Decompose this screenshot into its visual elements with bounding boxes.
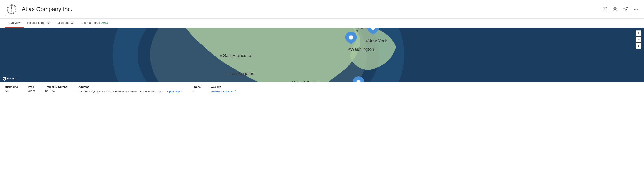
tab-related-items[interactable]: Related Items 0 [24, 19, 54, 28]
svg-text:San Francisco: San Francisco [223, 53, 252, 58]
svg-rect-16 [614, 10, 616, 11]
type-group: Type Client [28, 85, 34, 93]
type-value: Client [28, 89, 34, 93]
project-id-group: Project ID Number 1234567 [45, 85, 68, 93]
svg-text:W: W [7, 9, 8, 10]
svg-marker-10 [11, 6, 12, 9]
website-external-icon: ↗ [234, 89, 236, 92]
tab-museum[interactable]: Museum 1 [54, 19, 77, 28]
phone-group: Phone ... [192, 85, 201, 93]
svg-text:Los Angeles: Los Angeles [229, 71, 254, 76]
map-zoom-controls: + − ▲ [636, 30, 642, 49]
type-label: Type [28, 85, 34, 89]
mapbox-label: mapbox [7, 77, 17, 80]
nickname-value: AIC [5, 89, 18, 93]
related-items-badge: 0 [46, 21, 51, 25]
website-link[interactable]: www.example.com ↗ [211, 90, 236, 93]
svg-text:United States: United States [292, 80, 319, 82]
svg-text:E: E [16, 9, 16, 10]
nickname-group: Nickname AIC [5, 85, 18, 93]
print-button[interactable] [612, 6, 618, 12]
open-map-link[interactable]: Open Map ↗ [167, 90, 182, 93]
svg-point-43 [349, 35, 353, 40]
svg-text:New York: New York [368, 38, 387, 44]
compass-icon: N S W E [7, 4, 17, 14]
svg-text:Washington: Washington [350, 47, 374, 52]
share-icon [623, 7, 628, 12]
project-id-value: 1234567 [45, 89, 68, 93]
address-value: 1600 Pennsylvania Avenue Northwest Washi… [78, 89, 182, 93]
svg-point-28 [228, 73, 229, 75]
website-group: Website www.example.com ↗ [211, 85, 236, 93]
header-left: N S W E Atlas Company Inc. [5, 3, 72, 16]
edit-icon [602, 7, 607, 12]
edit-button[interactable] [602, 6, 608, 12]
museum-badge: 1 [70, 21, 74, 25]
svg-point-26 [220, 55, 222, 57]
project-id-label: Project ID Number [45, 85, 68, 89]
header-actions [602, 6, 639, 12]
zoom-in-button[interactable]: + [636, 30, 642, 36]
svg-point-20 [636, 9, 636, 10]
page-title: Atlas Company Inc. [22, 6, 72, 13]
svg-text:N: N [12, 5, 12, 6]
tab-overview[interactable]: Overview [5, 19, 24, 28]
address-group: Address 1600 Pennsylvania Avenue Northwe… [78, 85, 182, 93]
tabs-bar: Overview Related Items 0 Museum 1 Extern… [0, 19, 644, 28]
external-link-icon: ↗ [181, 89, 182, 92]
share-button[interactable] [622, 6, 628, 12]
more-button[interactable] [633, 6, 639, 12]
svg-point-35 [366, 40, 368, 42]
info-row: Nickname AIC Type Client Project ID Numb… [0, 82, 644, 96]
svg-point-33 [356, 30, 358, 32]
mapbox-icon: M [2, 77, 6, 80]
phone-label: Phone [192, 85, 201, 89]
website-label: Website [211, 85, 236, 89]
print-icon [613, 7, 617, 12]
svg-marker-11 [11, 9, 12, 13]
map-visual: San Francisco Los Angeles Houston United… [0, 28, 644, 82]
zoom-out-button[interactable]: − [636, 37, 642, 42]
svg-point-21 [637, 9, 637, 10]
svg-text:M: M [4, 78, 5, 79]
zoom-reset-button[interactable]: ▲ [636, 43, 642, 49]
address-label: Address [78, 85, 182, 89]
map-section: San Francisco Los Angeles Houston United… [0, 28, 644, 82]
page-header: N S W E Atlas Company Inc. [0, 0, 644, 19]
tab-external-portal[interactable]: External Portal Active [78, 19, 112, 28]
phone-value: ... [192, 89, 201, 93]
svg-point-37 [348, 48, 350, 50]
external-portal-status: Active [101, 21, 108, 25]
more-icon [634, 7, 638, 12]
svg-text:S: S [12, 13, 12, 14]
company-logo: N S W E [5, 3, 18, 16]
nickname-label: Nickname [5, 85, 18, 89]
svg-point-19 [634, 9, 634, 10]
mapbox-logo: M mapbox [2, 77, 17, 80]
website-value: www.example.com ↗ [211, 89, 236, 93]
